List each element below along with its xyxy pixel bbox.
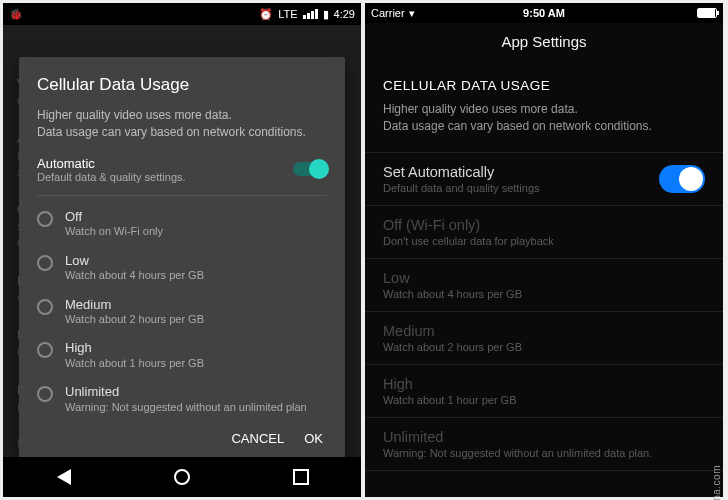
battery-icon <box>697 8 717 18</box>
nav-home-icon[interactable] <box>174 469 190 485</box>
option-off[interactable]: Off (Wi-Fi only)Don't use cellular data … <box>365 205 723 258</box>
nav-bar <box>3 457 361 497</box>
set-automatically-row[interactable]: Set Automatically Default data and quali… <box>365 152 723 205</box>
dialog-title: Cellular Data Usage <box>37 75 327 95</box>
status-bar: Carrier ▾ 9:50 AM <box>365 3 723 23</box>
ok-button[interactable]: OK <box>304 431 323 446</box>
automatic-sub: Default data & quality settings. <box>37 171 283 183</box>
radio-icon <box>37 386 53 402</box>
automatic-row[interactable]: Automatic Default data & quality setting… <box>37 156 327 196</box>
option-high[interactable]: HighWatch about 1 hours per GB <box>37 333 327 377</box>
status-bar: 🐞 ⏰ LTE ▮ 4:29 <box>3 3 361 25</box>
radio-icon <box>37 299 53 315</box>
automatic-title: Automatic <box>37 156 283 171</box>
option-medium[interactable]: MediumWatch about 2 hours per GB <box>365 311 723 364</box>
set-automatically-toggle[interactable] <box>659 165 705 193</box>
option-high[interactable]: HighWatch about 1 hour per GB <box>365 364 723 417</box>
android-screen: 🐞 ⏰ LTE ▮ 4:29 ← NETFLIX ⋮ VC ANsi QSC R… <box>3 3 361 497</box>
signal-icon <box>303 9 318 19</box>
radio-icon <box>37 255 53 271</box>
option-unlimited[interactable]: UnlimitedWarning: Not suggested without … <box>365 417 723 471</box>
option-medium[interactable]: MediumWatch about 2 hours per GB <box>37 290 327 334</box>
ios-screen: Carrier ▾ 9:50 AM App Settings CELLULAR … <box>365 3 723 497</box>
radio-icon <box>37 211 53 227</box>
option-low[interactable]: LowWatch about 4 hours per GB <box>37 246 327 290</box>
option-off[interactable]: OffWatch on Wi-Fi only <box>37 202 327 246</box>
clock: 4:29 <box>334 8 355 20</box>
watermark: GSMArena.com <box>711 465 722 500</box>
page-title: App Settings <box>365 23 723 64</box>
section-title: CELLULAR DATA USAGE <box>365 64 723 99</box>
clock: 9:50 AM <box>365 7 723 19</box>
dialog-desc: Higher quality video uses more data. Dat… <box>37 107 327 142</box>
option-low[interactable]: LowWatch about 4 hours per GB <box>365 258 723 311</box>
battery-icon: ▮ <box>323 8 329 21</box>
section-desc: Higher quality video uses more data. Dat… <box>365 99 723 152</box>
debug-icon: 🐞 <box>9 8 23 21</box>
cellular-dialog: Cellular Data Usage Higher quality video… <box>19 57 345 458</box>
set-automatically-title: Set Automatically <box>383 164 659 180</box>
option-unlimited[interactable]: UnlimitedWarning: Not suggested without … <box>37 377 327 421</box>
cancel-button[interactable]: CANCEL <box>231 431 284 446</box>
alarm-icon: ⏰ <box>259 8 273 21</box>
nav-back-icon[interactable] <box>55 469 71 485</box>
automatic-toggle[interactable] <box>293 162 327 176</box>
lte-label: LTE <box>278 8 297 20</box>
nav-recents-icon[interactable] <box>293 469 309 485</box>
set-automatically-sub: Default data and quality settings <box>383 182 659 194</box>
radio-icon <box>37 342 53 358</box>
